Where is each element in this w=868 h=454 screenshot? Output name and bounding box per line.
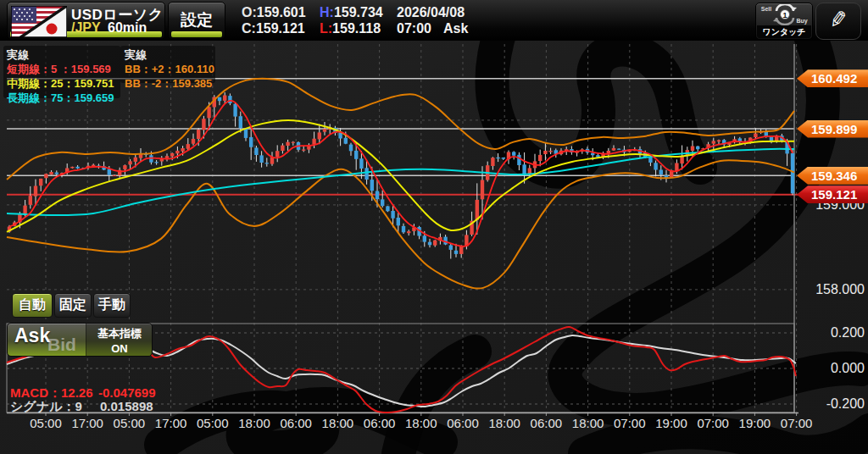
bid-label: Bid (47, 335, 76, 355)
sell-buy-cycle-icon: 1 Sell Buy (756, 4, 810, 26)
current-price-tag: 159.121 (797, 185, 868, 203)
time-axis-label: 19:00 (735, 416, 774, 430)
time-axis-label: 17:00 (152, 416, 191, 430)
time-axis-label: 06:00 (443, 416, 482, 430)
time-axis-label: 05:00 (26, 416, 65, 430)
header-bar: USDローソク /JPY 60min 設定 O:159.601 H:159.73… (0, 0, 868, 41)
legend-bb-lower: BB：-2：159.385 (125, 76, 212, 91)
legend-solid-title-2: 実線 (125, 47, 147, 63)
price-level-tag: 159.346 (797, 167, 868, 185)
one-touch-label: ワンタッチ (757, 25, 811, 38)
time-axis-label: 06:00 (526, 416, 565, 430)
macd-axis-label: 0.000 (798, 361, 865, 376)
bb-lower-band (7, 160, 794, 288)
drawing-tool-button[interactable]: ✎ (815, 3, 861, 40)
ask-bid-toggle[interactable]: Ask Bid 基本指標 ON (7, 323, 153, 357)
price-side-label: Ask (443, 21, 468, 36)
time-axis-label: 07:00 (693, 416, 732, 430)
basic-indicator-toggle[interactable]: 基本指標 ON (86, 324, 153, 356)
indicator-label: 基本指標 (86, 326, 153, 341)
auto-scale-button[interactable]: 自動 (12, 293, 53, 318)
fx-chart-app: 実線 短期線：5 ：159.569 中期線：25：159.751 長期線：75：… (0, 0, 868, 454)
pair-quote: /JPY (71, 20, 101, 36)
signal-params-label: シグナル：9 (10, 399, 82, 415)
ohlc-close: C:159.121 (242, 21, 305, 36)
svg-text:Sell: Sell (761, 6, 772, 12)
svg-text:Buy: Buy (796, 18, 807, 25)
time-axis-label: 06:00 (276, 416, 315, 430)
scribble-watermark (161, 25, 868, 454)
one-touch-trade-button[interactable]: 1 Sell Buy ワンタッチ (755, 3, 813, 40)
time-axis-label: 18:00 (402, 416, 441, 430)
legend-mid-ma: 中期線：25：159.751 (7, 76, 114, 91)
pair-selector-tab[interactable]: USDローソク /JPY 60min (7, 2, 165, 40)
chart-time: 07:00 (397, 21, 431, 36)
time-axis-label: 05:00 (109, 416, 148, 430)
macd-axis-label: 0.200 (798, 325, 865, 340)
time-axis-label: 18:00 (235, 416, 274, 430)
usdjpy-flag-icon (11, 6, 67, 37)
settings-label: 設定 (169, 9, 225, 31)
time-axis-label: 06:00 (360, 416, 399, 430)
fixed-scale-button[interactable]: 固定 (54, 293, 92, 318)
macd-value: -0.047699 (98, 385, 156, 400)
time-axis-label: 07:00 (777, 416, 816, 430)
time-axis-label: 17:00 (68, 416, 107, 430)
timeframe-label: 60min (108, 20, 147, 36)
time-axis-label: 18:00 (485, 416, 524, 430)
ask-label: Ask (14, 324, 50, 347)
chart-date: 2026/04/08 (397, 5, 465, 20)
time-axis-label: 07:00 (610, 416, 649, 430)
ohlc-open: O:159.601 (242, 5, 306, 20)
price-axis-label: 158.000 (798, 282, 865, 297)
time-axis-label: 18:00 (569, 416, 608, 430)
pen-icon: ✎ (815, 4, 862, 36)
signal-value: 0.015898 (100, 399, 153, 413)
ohlc-high: H:159.734 (320, 5, 383, 20)
price-level-tag: 160.492 (797, 69, 868, 87)
macd-axis-label: -0.200 (798, 396, 865, 412)
manual-scale-button[interactable]: 手動 (93, 293, 131, 318)
time-axis-label: 05:00 (193, 416, 232, 430)
ohlc-low: L:159.118 (320, 21, 381, 36)
price-level-tag: 159.899 (797, 120, 868, 138)
indicator-state: ON (86, 342, 153, 355)
legend-long-ma: 長期線：75：159.659 (7, 91, 114, 106)
time-axis-label: 19:00 (652, 416, 691, 430)
time-axis-label: 18:00 (318, 416, 357, 430)
legend-short-ma: 短期線：5 ：159.569 (7, 62, 111, 77)
svg-text:1: 1 (782, 11, 787, 19)
legend-bb-upper: BB：+2：160.110 (125, 62, 214, 77)
settings-tab-strip (171, 31, 222, 37)
legend-solid-title: 実線 (7, 47, 29, 63)
settings-button[interactable]: 設定 (168, 2, 225, 40)
price-level-lines (7, 79, 868, 195)
